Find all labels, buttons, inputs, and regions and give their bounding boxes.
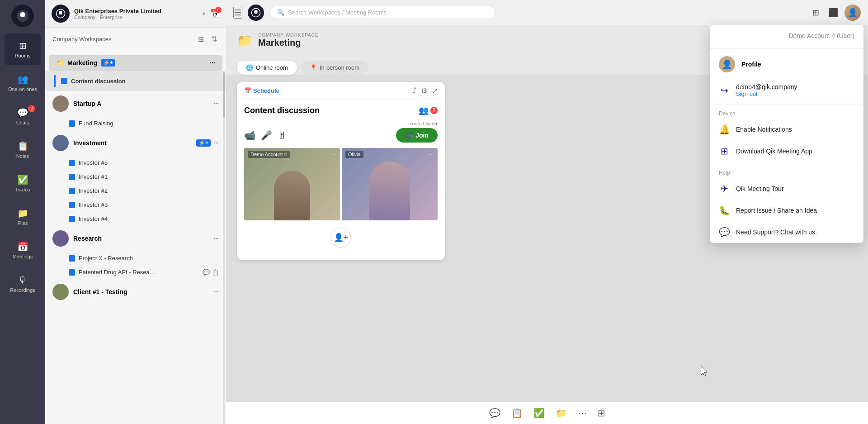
dropdown-report-item[interactable]: 🐛 Report Issue / Share an Idea [710,200,863,221]
mic-btn[interactable]: 🎤 [261,130,272,141]
tour-icon: ✈ [719,183,730,194]
dropdown-email: demo4@qik.company [736,83,797,91]
sidebar-header-actions: ⊞ ⇅ [196,33,219,45]
company-workspaces-label: Company Workspaces [52,36,112,43]
dropdown-download-item[interactable]: ⊞ Download Qik Meeting App [710,140,863,162]
dropdown-profile-item[interactable]: 👤 Profile [710,51,863,78]
layout-btn[interactable]: ⬛ [826,6,841,19]
search-bar[interactable]: 🔍 Search Workspaces / Meeting Rooms [269,6,495,19]
marketing-more-icon[interactable]: ··· [210,59,215,67]
person-group-startup-a[interactable]: Startup A ··· [45,91,226,116]
room-item-investor-4[interactable]: Investor #4 [45,212,226,226]
nav-item-chats[interactable]: 💬 2 Chats [5,100,41,132]
bottom-notes-btn[interactable]: 📋 [511,408,523,419]
schedule-icon: 📅 [244,87,251,94]
add-workspace-btn[interactable]: ⊞ [196,33,206,45]
room-item-content-discussion[interactable]: Content discussion [45,71,226,91]
in-person-icon: 📍 [310,64,317,71]
room-item-investor-5[interactable]: Investor #5 [45,156,226,170]
join-btn[interactable]: 📹 Join [396,128,438,143]
nav-label-recordings: Recordings [10,287,35,293]
search-icon: 🔍 [277,9,284,16]
room-item-project-x[interactable]: Project X - Research [45,251,226,265]
company-dropdown-icon[interactable]: ▾ [203,10,205,17]
bottom-files-btn[interactable]: 📁 [556,408,567,419]
research-name: Research [73,235,102,242]
room-name-investor-1: Investor #1 [79,173,108,180]
join-video-icon: 📹 [405,132,413,139]
nav-item-todos[interactable]: ✅ To-dos [5,167,41,199]
recordings-icon: 🎙 [18,275,27,286]
bottom-grid-btn[interactable]: ⊞ [598,408,605,419]
rooms-icon: ⊞ [19,40,27,51]
files-icon: 📁 [17,208,28,219]
company-type: Company - Enterprise [74,14,161,20]
research-more[interactable]: ··· [213,235,219,242]
marketing-add-icon[interactable]: ⚡+ [101,59,115,67]
bottom-chat-btn[interactable]: 💬 [489,408,500,419]
dropdown-support-item[interactable]: 💬 Need Support? Chat with us. [710,221,863,243]
investment-add-icon[interactable]: ⚡+ [196,139,211,147]
room-item-investor-2[interactable]: Investor #2 [45,184,226,198]
scrollbar-track [223,72,225,424]
room-color-investor-3 [69,202,75,208]
copy-icon-patented: 📋 [212,269,219,276]
nav-item-meetings[interactable]: 📅 Meetings [5,234,41,266]
user-avatar-top[interactable]: 👤 [844,5,861,21]
company-name: Qik Enterprises Private Limited [74,8,161,14]
workspace-icon: 📁 [237,33,253,48]
nav-item-rooms[interactable]: ⊞ Rooms [5,33,41,65]
investment-more[interactable]: ··· [213,139,219,147]
nav-item-recordings[interactable]: 🎙 Recordings [5,268,41,300]
notification-btn[interactable]: 📅 0 [210,9,220,19]
room-color-investor-2 [69,188,75,194]
nav-item-notes[interactable]: 📋 Notes [5,134,41,166]
tab-online-room[interactable]: 🌐 Online room [237,61,297,75]
video-options-demo[interactable]: ··· [331,151,336,158]
dropdown-notifications-item[interactable]: 🔔 Enable Notifications [710,119,863,140]
hamburger-btn[interactable]: ☰ [233,7,242,19]
person-group-client1[interactable]: Client #1 - Testing ··· [45,279,226,305]
nav-label-rooms: Rooms [15,53,31,58]
sort-workspace-btn[interactable]: ⇅ [209,33,219,45]
in-person-label: In-person room [320,64,359,71]
bottom-more-btn[interactable]: ⋯ [578,408,587,419]
video-grid: Demo Account 4 ··· Olivia ··· [244,148,438,220]
room-item-fund-raising[interactable]: Fund Raising [45,116,226,130]
mic-settings-btn[interactable]: 🎚 [278,130,287,141]
workspace-name: Marketing [258,38,319,48]
startup-a-more[interactable]: ··· [213,100,219,107]
share-icon[interactable]: ⤴ [413,86,416,95]
nav-label-chats: Chats [16,120,29,125]
video-options-olivia[interactable]: ··· [429,151,434,158]
sidebar-header: Company Workspaces ⊞ ⇅ [45,28,226,51]
person-group-research[interactable]: Research ··· [45,226,226,251]
tab-in-person-room[interactable]: 📍 In-person room [301,61,368,75]
expand-icon[interactable]: ⤢ [432,86,438,95]
workspace-folder-icon: 📁 [56,59,64,67]
nav-label-meetings: Meetings [13,254,33,259]
dropdown-profile-label: Profile [741,61,761,68]
grid-view-btn[interactable]: ⊞ [810,6,822,19]
person-group-investment[interactable]: Investment ⚡+ ··· [45,130,226,156]
dropdown-signout-item[interactable]: ↪ demo4@qik.company Sign out [710,78,863,103]
add-person-btn[interactable]: 👤+ [331,228,351,248]
scrollbar-thumb[interactable] [223,72,225,118]
room-item-investor-3[interactable]: Investor #3 [45,198,226,212]
nav-item-one-on-ones[interactable]: 👥 One-on-ones [5,67,41,99]
online-room-label: Online room [256,64,288,71]
workspace-group-header-marketing[interactable]: 📁 Marketing ⚡+ ··· [49,55,222,71]
settings-icon[interactable]: ⚙ [421,86,427,95]
bottom-tasks-btn[interactable]: ✅ [533,408,545,419]
schedule-btn[interactable]: 📅 Schedule [244,87,279,94]
chats-badge: 2 [28,105,35,112]
dropdown-tour-item[interactable]: ✈ Qik Meeting Tour [710,178,863,200]
nav-item-files[interactable]: 📁 Files [5,201,41,233]
dropdown-tour-label: Qik Meeting Tour [736,185,784,192]
room-item-investor-1[interactable]: Investor #1 [45,170,226,184]
startup-a-name: Startup A [73,100,101,107]
dropdown-profile-avatar: 👤 [719,56,735,72]
camera-btn[interactable]: 📹 [244,130,255,141]
room-item-patented-drug[interactable]: Patented Drug API - Resea... 💬 📋 [45,265,226,279]
client1-more[interactable]: ··· [213,288,219,295]
